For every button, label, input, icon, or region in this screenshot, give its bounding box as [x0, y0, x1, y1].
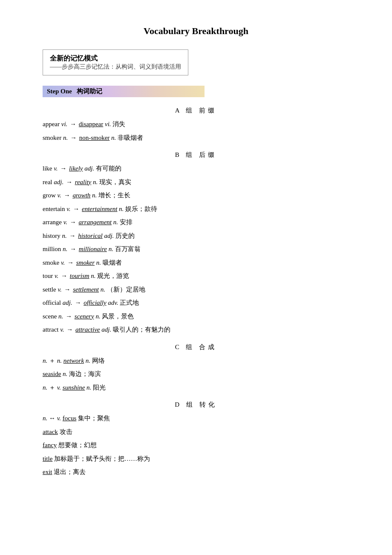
word-attract: attract: [43, 326, 58, 333]
meaning-sunshine: 阳光: [93, 384, 106, 391]
word-attack: attack: [43, 428, 58, 435]
word-network: network: [63, 357, 84, 364]
pos-tourism: n.: [91, 272, 95, 279]
word-exit: exit: [43, 468, 52, 475]
meaning-officially: 正式地: [120, 299, 139, 306]
word-reality: reality: [75, 179, 92, 185]
word-sunshine: sunshine: [63, 384, 85, 391]
formula-nv: n.: [43, 384, 47, 391]
list-item: grow v. → growth n. 增长；生长: [43, 190, 349, 201]
group-a-header: A 组 前缀: [43, 107, 349, 115]
word-entertainment: entertainment: [82, 205, 117, 212]
word-official: official: [43, 299, 61, 306]
list-item: appear vi. → disappear vi. 消失: [43, 119, 349, 130]
word-focus: focus: [63, 415, 77, 422]
list-item: n. ＋ v. sunshine n. 阳光: [43, 382, 349, 393]
list-item: attack 攻击: [43, 427, 349, 438]
plus-sign: ＋: [49, 357, 55, 364]
meaning-growth: 增长；生长: [98, 192, 130, 199]
meaning-historical: 历史的: [115, 232, 135, 239]
meaning-smoker: 吸烟者: [103, 259, 122, 266]
pos-officially: adv.: [108, 299, 118, 306]
formula-nn: n.: [43, 357, 47, 364]
word-million: million: [43, 246, 61, 252]
word-likely: likely: [69, 165, 83, 172]
group-c-header: C 组 合成: [43, 343, 349, 351]
memory-box-title: 全新的记忆模式: [50, 54, 181, 63]
pos-settle: v.: [58, 286, 61, 293]
meaning-likely: 有可能的: [96, 165, 121, 172]
word-settlement: settlement: [73, 286, 99, 293]
arrow-icon: →: [70, 219, 76, 225]
group-d-header: D 组 转化: [43, 401, 349, 409]
arrow-icon: →: [64, 192, 70, 199]
list-item: tour v. → tourism n. 观光，游览: [43, 271, 349, 282]
page-title: Vocabulary Breakthrough: [43, 26, 349, 37]
memory-box: 全新的记忆模式 ——步步高三步记忆法：从构词、词义到语境活用: [43, 49, 188, 75]
arrow-icon: →: [66, 326, 73, 333]
pos-historical: adj.: [104, 232, 114, 239]
arrow-icon: →: [70, 134, 77, 141]
pos-like: v.: [54, 165, 58, 172]
pos-scenery: n.: [95, 313, 100, 320]
word-fancy: fancy: [43, 442, 57, 448]
word-arrangement: arrangement: [79, 219, 112, 225]
meaning-attractive: 吸引人的；有魅力的: [113, 326, 170, 333]
meaning-tourism: 观光，游览: [97, 272, 129, 279]
list-item: history n. → historical adj. 历史的: [43, 231, 349, 242]
plus-sign2: ＋: [49, 384, 55, 391]
formula-nv-d2: v.: [57, 415, 61, 422]
pos-settlement: n.: [101, 286, 105, 293]
word-like: like: [43, 165, 52, 172]
arrow-icon: →: [70, 121, 76, 127]
pos-growth: n.: [92, 192, 97, 199]
word-seaside: seaside: [43, 370, 61, 377]
meaning-entertainment: 娱乐；款待: [125, 205, 157, 212]
arrow-icon: →: [67, 259, 74, 266]
list-item: arrange v. → arrangement n. 安排: [43, 217, 349, 228]
arrow-icon: →: [61, 272, 67, 279]
word-appear: appear: [43, 121, 60, 127]
meaning-scenery: 风景，景色: [102, 313, 134, 320]
step-one-label: Step One 构词助记: [47, 87, 102, 95]
arrow-icon: →: [64, 286, 70, 293]
meaning-disappear: 消失: [112, 121, 125, 127]
pos-official: adj.: [63, 299, 72, 306]
list-item: attract v. → attractive adj. 吸引人的；有魅力的: [43, 324, 349, 335]
meaning-focus: 集中；聚焦: [78, 415, 110, 422]
list-item: official adj. → officially adv. 正式地: [43, 298, 349, 309]
pos-millionaire: n.: [109, 246, 113, 252]
pos-attract: v.: [60, 326, 64, 333]
word-scenery: scenery: [75, 313, 94, 320]
list-item: smoke v. → smoker n. 吸烟者: [43, 257, 349, 269]
memory-box-subtitle: ——步步高三步记忆法：从构词、词义到语境活用: [50, 63, 181, 71]
pos-reality: n.: [93, 179, 98, 185]
word-real: real: [43, 179, 52, 185]
word-scene: scene: [43, 313, 57, 320]
list-item: million n. → millionaire n. 百万富翁: [43, 244, 349, 255]
pos-real: adj.: [54, 179, 63, 185]
word-non-smoker: non-smoker: [79, 134, 110, 141]
group-b-header: B 组 后缀: [43, 151, 349, 159]
formula-nn2: n.: [57, 357, 62, 364]
meaning-millionaire: 百万富翁: [115, 246, 141, 252]
arrow-icon: →: [75, 299, 81, 306]
arrow-icon: →: [66, 313, 72, 320]
list-item: real adj. → reality n. 现实，真实: [43, 177, 349, 188]
pos-likely: adj.: [84, 165, 94, 172]
pos-network: n.: [86, 357, 90, 364]
arrow-icon: →: [66, 179, 72, 185]
pos-attractive: adj.: [101, 326, 111, 333]
formula-nv2: v.: [57, 384, 61, 391]
word-millionaire: millionaire: [79, 246, 107, 252]
pos-entertainment: n.: [119, 205, 124, 212]
arrow-icon: →: [69, 232, 75, 239]
word-tour: tour: [43, 272, 53, 279]
meaning-exit: 退出；离去: [54, 468, 86, 475]
list-item: like v. → likely adj. 有可能的: [43, 163, 349, 174]
word-title: title: [43, 455, 52, 462]
list-item: scene n. → scenery n. 风景，景色: [43, 311, 349, 322]
list-item: n. ＋ n. network n. 网络: [43, 356, 349, 367]
list-item: exit 退出；离去: [43, 467, 349, 478]
list-item: seaside n. 海边；海滨: [43, 369, 349, 380]
